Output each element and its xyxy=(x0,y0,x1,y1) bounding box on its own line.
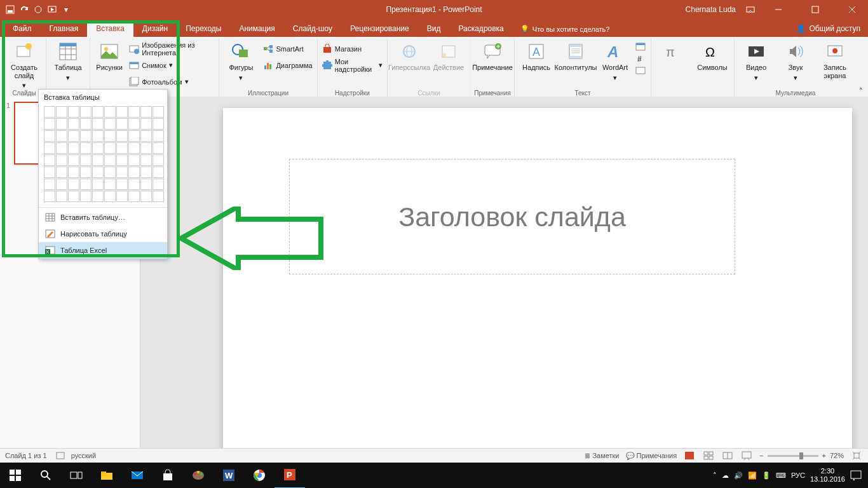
wordart-button[interactable]: A WordArt▾ xyxy=(596,39,634,83)
explorer-button[interactable] xyxy=(92,463,122,488)
table-grid-cell[interactable] xyxy=(128,154,140,166)
table-grid-cell[interactable] xyxy=(80,106,92,118)
table-grid-cell[interactable] xyxy=(140,191,152,202)
table-grid-cell[interactable] xyxy=(140,142,152,154)
screenshot-button[interactable]: Снимок▾ xyxy=(127,58,216,72)
redo-icon[interactable] xyxy=(33,4,43,15)
new-slide-button[interactable]: Создать слайд▾ xyxy=(5,39,43,92)
table-grid-cell[interactable] xyxy=(104,130,116,142)
shapes-button[interactable]: Фигуры▾ xyxy=(222,39,260,83)
onedrive-icon[interactable]: ☁ xyxy=(722,471,729,480)
table-grid-cell[interactable] xyxy=(68,106,79,118)
table-grid-cell[interactable] xyxy=(92,179,104,190)
tab-animations[interactable]: Анимация xyxy=(230,20,283,37)
table-grid-cell[interactable] xyxy=(104,118,116,130)
zoom-out-icon[interactable]: − xyxy=(759,452,763,459)
table-grid-cell[interactable] xyxy=(104,166,116,178)
table-grid-cell[interactable] xyxy=(140,154,152,166)
table-grid-cell[interactable] xyxy=(68,130,79,142)
language-indicator[interactable]: русский xyxy=(71,452,96,459)
table-grid-cell[interactable] xyxy=(80,166,92,178)
slide-counter[interactable]: Слайд 1 из 1 xyxy=(5,452,47,459)
table-grid-cell[interactable] xyxy=(153,191,164,202)
tab-insert[interactable]: Вставка xyxy=(87,20,133,37)
table-grid-cell[interactable] xyxy=(140,166,152,178)
zoom-slider[interactable] xyxy=(768,455,818,457)
ribbon-options-icon[interactable] xyxy=(746,5,755,14)
slideshow-from-beginning-icon[interactable] xyxy=(47,4,57,15)
table-grid-cell[interactable] xyxy=(80,142,92,154)
table-grid-cell[interactable] xyxy=(140,106,152,118)
zoom-in-icon[interactable]: + xyxy=(822,452,826,459)
table-grid-cell[interactable] xyxy=(80,191,92,202)
table-grid-cell[interactable] xyxy=(92,118,104,130)
table-grid-cell[interactable] xyxy=(116,179,128,190)
draw-table-item[interactable]: Нарисовать таблицу xyxy=(39,226,167,242)
mail-button[interactable] xyxy=(122,463,153,488)
comment-button[interactable]: Примечание xyxy=(473,39,512,74)
table-grid-cell[interactable] xyxy=(153,154,164,166)
powerpoint-button[interactable]: P xyxy=(275,462,305,488)
table-grid-cell[interactable] xyxy=(56,166,67,178)
minimize-button[interactable] xyxy=(765,0,792,19)
table-grid-cell[interactable] xyxy=(140,179,152,190)
table-grid-cell[interactable] xyxy=(128,130,140,142)
table-grid-cell[interactable] xyxy=(44,191,55,202)
table-grid-cell[interactable] xyxy=(104,106,116,118)
network-icon[interactable]: 📶 xyxy=(748,471,757,480)
table-grid-cell[interactable] xyxy=(116,166,128,178)
table-button[interactable]: Таблица▾ xyxy=(49,39,87,83)
notes-button[interactable]: ≣ Заметки xyxy=(585,452,619,460)
zoom-value[interactable]: 72% xyxy=(830,452,844,459)
table-grid-cell[interactable] xyxy=(92,154,104,166)
table-grid-cell[interactable] xyxy=(92,191,104,202)
keyboard-icon[interactable]: ⌨ xyxy=(776,471,786,480)
table-grid-cell[interactable] xyxy=(153,130,164,142)
store-taskbar-button[interactable] xyxy=(153,463,183,488)
table-grid-cell[interactable] xyxy=(153,166,164,178)
insert-table-item[interactable]: Вставить таблицу… xyxy=(39,209,167,226)
table-size-grid[interactable] xyxy=(39,104,167,206)
equation-button[interactable]: π xyxy=(654,39,692,64)
slideshow-view-icon[interactable] xyxy=(740,451,753,461)
table-grid-cell[interactable] xyxy=(104,154,116,166)
table-grid-cell[interactable] xyxy=(56,130,67,142)
user-name[interactable]: Chernata Luda xyxy=(686,5,736,14)
volume-icon[interactable]: 🔊 xyxy=(734,471,743,480)
table-grid-cell[interactable] xyxy=(68,191,79,202)
table-grid-cell[interactable] xyxy=(128,166,140,178)
table-grid-cell[interactable] xyxy=(92,142,104,154)
table-grid-cell[interactable] xyxy=(56,118,67,130)
header-footer-button[interactable]: Колонтитулы xyxy=(557,39,595,74)
table-grid-cell[interactable] xyxy=(116,154,128,166)
table-grid-cell[interactable] xyxy=(56,142,67,154)
table-grid-cell[interactable] xyxy=(153,179,164,190)
tab-file[interactable]: Файл xyxy=(4,20,41,37)
table-grid-cell[interactable] xyxy=(68,179,79,190)
table-grid-cell[interactable] xyxy=(92,106,104,118)
table-grid-cell[interactable] xyxy=(44,106,55,118)
qat-dropdown-icon[interactable]: ▾ xyxy=(61,4,71,15)
excel-table-item[interactable]: XТаблица Excel xyxy=(39,242,167,259)
table-grid-cell[interactable] xyxy=(44,154,55,166)
tab-design[interactable]: Дизайн xyxy=(133,20,177,37)
date-time-icon[interactable] xyxy=(635,41,646,51)
table-grid-cell[interactable] xyxy=(68,154,79,166)
table-grid-cell[interactable] xyxy=(80,179,92,190)
table-grid-cell[interactable] xyxy=(104,191,116,202)
reading-view-icon[interactable] xyxy=(721,451,734,461)
table-grid-cell[interactable] xyxy=(116,191,128,202)
table-grid-cell[interactable] xyxy=(56,106,67,118)
table-grid-cell[interactable] xyxy=(56,154,67,166)
tray-chevron-icon[interactable]: ˄ xyxy=(713,471,717,480)
table-grid-cell[interactable] xyxy=(44,179,55,190)
tell-me[interactable]: 💡Что вы хотите сделать? xyxy=(513,21,618,37)
online-pictures-button[interactable]: Изображения из Интернета xyxy=(127,41,216,56)
table-grid-cell[interactable] xyxy=(128,142,140,154)
zoom-control[interactable]: − + 72% xyxy=(759,452,844,459)
table-grid-cell[interactable] xyxy=(153,118,164,130)
table-grid-cell[interactable] xyxy=(68,166,79,178)
fit-window-icon[interactable] xyxy=(850,451,863,461)
tab-view[interactable]: Вид xyxy=(418,20,450,37)
tab-transitions[interactable]: Переходы xyxy=(177,20,230,37)
